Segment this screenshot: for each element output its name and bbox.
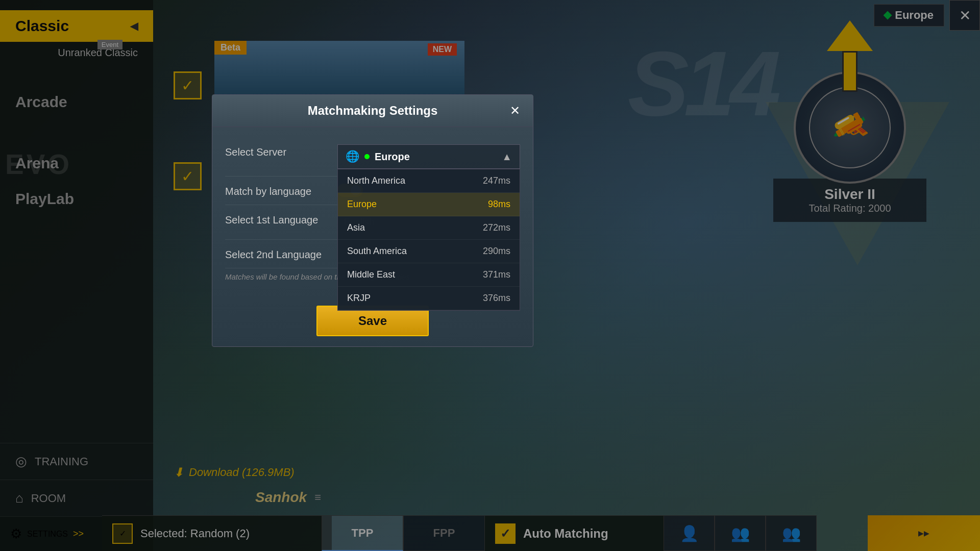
server-option-ping-sa: 290ms [483, 246, 510, 257]
match-by-language-label: Match by language [225, 184, 337, 197]
first-language-label: Select 1st Language [225, 212, 337, 226]
server-status-dot [364, 154, 370, 159]
server-option-name-asia: Asia [347, 222, 365, 233]
server-option-name-sa: South America [347, 246, 407, 257]
server-option-middleeast[interactable]: Middle East 371ms [338, 263, 520, 287]
dialog-title: Matchmaking Settings [238, 104, 507, 118]
globe-icon: 🌐 [346, 150, 359, 163]
select-server-row: Select Server 🌐 Europe ▲ North America 2… [225, 137, 520, 177]
server-option-northamerica[interactable]: North America 247ms [338, 169, 520, 193]
dialog-body: Select Server 🌐 Europe ▲ North America 2… [212, 127, 533, 295]
server-option-europe[interactable]: Europe 98ms [338, 193, 520, 216]
matchmaking-dialog: Matchmaking Settings ✕ Select Server 🌐 E… [212, 94, 533, 347]
server-option-ping-krjp: 376ms [483, 293, 510, 304]
server-option-asia[interactable]: Asia 272ms [338, 216, 520, 240]
server-chevron-icon: ▲ [502, 151, 512, 163]
dialog-header: Matchmaking Settings ✕ [212, 95, 533, 127]
second-language-label: Select 2nd Language [225, 247, 337, 261]
server-option-name-krjp: KRJP [347, 293, 371, 304]
server-option-name-me: Middle East [347, 269, 395, 280]
server-option-ping-asia: 272ms [483, 222, 510, 233]
server-dropdown: North America 247ms Europe 98ms Asia 272… [337, 169, 520, 311]
server-control-wrap: 🌐 Europe ▲ North America 247ms Europe 98… [337, 144, 520, 169]
server-option-krjp[interactable]: KRJP 376ms [338, 287, 520, 310]
select-server-label: Select Server [225, 144, 337, 158]
server-option-ping-me: 371ms [483, 269, 510, 280]
server-option-southamerica[interactable]: South America 290ms [338, 240, 520, 263]
server-option-name-na: North America [347, 176, 405, 186]
server-selector[interactable]: 🌐 Europe ▲ [337, 144, 520, 169]
server-name: Europe [375, 151, 497, 163]
server-option-name-eu: Europe [347, 199, 377, 210]
dialog-close-button[interactable]: ✕ [507, 103, 523, 118]
server-option-ping-na: 247ms [483, 176, 510, 186]
server-option-ping-eu: 98ms [488, 199, 510, 210]
